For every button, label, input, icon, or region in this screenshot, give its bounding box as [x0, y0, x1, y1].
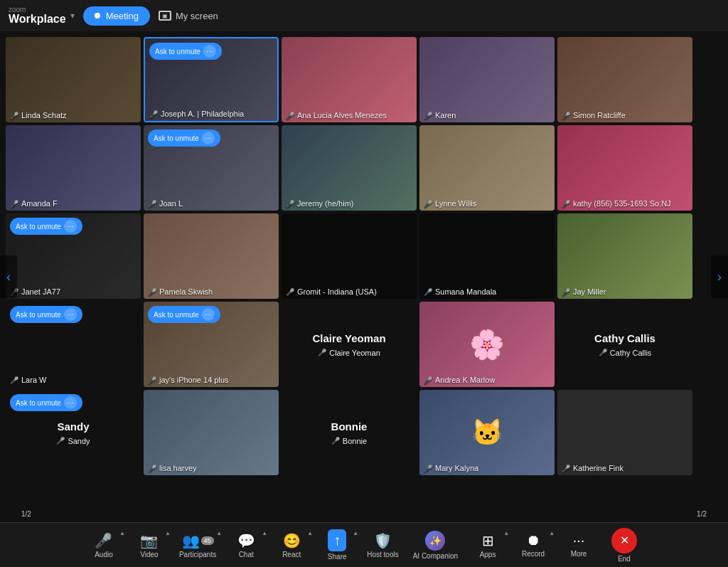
record-button[interactable]: ⏺ ▲ Record: [510, 523, 556, 568]
more-label: More: [571, 550, 587, 558]
mute-icon-joseph: 🎤: [149, 110, 158, 118]
participant-name-lara: 🎤 Lara W: [10, 376, 46, 384]
share-label: Share: [328, 553, 347, 561]
meeting-dot: [95, 13, 100, 18]
mute-icon-sumana: 🎤: [424, 288, 432, 296]
participants-button[interactable]: 👥 45 ▲ Participants: [172, 523, 223, 568]
video-row-3: Ask to unmute ⋯ 🎤 Janet JA77 🎤 Pamela Sk…: [6, 213, 722, 299]
apps-chevron[interactable]: ▲: [503, 530, 509, 536]
mute-icon-simon: 🎤: [562, 112, 570, 120]
participant-name-janet: 🎤 Janet JA77: [10, 287, 60, 296]
video-row-4: Ask to unmute ⋯ 🎤 Lara W Ask to unmute ⋯…: [6, 302, 722, 387]
video-cell-janet: Ask to unmute ⋯ 🎤 Janet JA77: [6, 213, 141, 299]
microphone-icon: 🎤: [95, 532, 112, 549]
video-cell-jayiphone: Ask to unmute ⋯ 🎤 jay's iPhone 14 plus: [144, 302, 279, 387]
ai-companion-button[interactable]: ✨ AI Companion: [406, 523, 465, 568]
top-bar: zoom Workplace ▾ Meeting ▣ My screen: [0, 0, 728, 31]
host-tools-button[interactable]: 🛡️ Host tools: [360, 523, 405, 568]
video-row-5: Ask to unmute ⋯ Sandy 🎤 Sandy 🎤 lisa har…: [6, 390, 722, 475]
mute-icon-andrea: 🎤: [424, 376, 432, 384]
ask-unmute-joseph[interactable]: Ask to unmute ⋯: [149, 43, 222, 60]
react-button[interactable]: 😊 ▲ React: [269, 523, 314, 568]
mute-icon-katherine: 🎤: [562, 465, 570, 472]
workplace-label: Workplace: [9, 14, 66, 25]
share-button[interactable]: ↑ ▲ Share: [314, 523, 360, 568]
more-options-joan[interactable]: ⋯: [202, 132, 215, 144]
end-button[interactable]: ✕ End: [601, 523, 647, 568]
video-cell-lara: Ask to unmute ⋯ 🎤 Lara W: [6, 302, 141, 387]
sandy-display-name: Sandy: [57, 420, 89, 433]
share-chevron[interactable]: ▲: [353, 530, 358, 536]
ask-unmute-lara[interactable]: Ask to unmute ⋯: [10, 306, 82, 323]
video-cell-cathy: Cathy Callis 🎤 Cathy Callis: [557, 302, 692, 387]
video-label: Video: [140, 551, 158, 558]
video-cell-katherine: 🎤 Katherine Fink: [557, 390, 692, 475]
chat-chevron[interactable]: ▲: [262, 530, 267, 536]
prev-page-arrow[interactable]: ‹: [0, 255, 17, 298]
ask-unmute-janet[interactable]: Ask to unmute ⋯: [10, 218, 82, 235]
next-page-arrow[interactable]: ›: [711, 255, 728, 298]
record-chevron[interactable]: ▲: [549, 530, 555, 536]
more-options-jayiphone[interactable]: ⋯: [202, 308, 215, 321]
screen-icon: ▣: [159, 11, 171, 21]
end-label: End: [618, 555, 631, 563]
participant-name-cathy: 🎤 Cathy Callis: [599, 349, 652, 357]
participants-label: Participants: [179, 551, 216, 558]
mute-icon-amanda: 🎤: [10, 200, 18, 208]
zoom-logo: zoom Workplace ▾: [9, 6, 75, 25]
participant-name-jay: 🎤 Jay Miller: [562, 287, 606, 296]
video-cell-sumana: 🎤 Sumana Mandala: [419, 213, 555, 299]
more-options-sandy[interactable]: ⋯: [64, 396, 77, 409]
react-label: React: [282, 551, 301, 558]
camera-icon: 📷: [140, 532, 158, 549]
mute-icon-karen: 🎤: [424, 112, 432, 120]
page-indicator-left: 1/2: [21, 510, 31, 518]
participants-chevron[interactable]: ▲: [216, 530, 222, 536]
video-cell-pamela: 🎤 Pamela Skwish: [144, 213, 279, 299]
video-cell-amanda: 🎤 Amanda F: [6, 125, 141, 211]
audio-button[interactable]: 🎤 ▲ Audio: [81, 523, 127, 568]
screen-label: My screen: [176, 11, 218, 21]
mute-icon-lynne: 🎤: [424, 200, 432, 208]
ask-unmute-jayiphone[interactable]: Ask to unmute ⋯: [148, 306, 220, 323]
screen-share-pill[interactable]: ▣ My screen: [159, 11, 218, 21]
mute-icon-gromit: 🎤: [286, 288, 294, 296]
toolbar: 🎤 ▲ Audio 📷 ▲ Video 👥 45 ▲ Participants …: [0, 522, 728, 567]
ai-companion-icon: ✨: [425, 531, 445, 551]
participant-name-katherine: 🎤 Katherine Fink: [562, 464, 623, 472]
mute-icon-cathy: 🎤: [599, 349, 607, 356]
video-cell-claire: Claire Yeoman 🎤 Claire Yeoman: [282, 302, 417, 387]
chat-icon: 💬: [237, 532, 255, 549]
participant-name-simon: 🎤 Simon Ratcliffe: [562, 111, 626, 120]
video-chevron[interactable]: ▲: [165, 530, 171, 536]
chat-button[interactable]: 💬 ▲ Chat: [223, 523, 269, 568]
mary-photo-icon: 🐱: [471, 418, 503, 447]
ask-unmute-joan[interactable]: Ask to unmute ⋯: [148, 129, 220, 147]
react-chevron[interactable]: ▲: [307, 530, 313, 536]
share-icon: ↑: [328, 529, 346, 551]
apps-button[interactable]: ⊞ ▲ Apps: [465, 523, 510, 568]
video-button[interactable]: 📷 ▲ Video: [127, 523, 172, 568]
participant-name-gromit: 🎤 Gromit - Indiana (USA): [286, 287, 377, 296]
audio-chevron[interactable]: ▲: [119, 530, 125, 536]
participant-name-jayiphone: 🎤 jay's iPhone 14 plus: [148, 376, 229, 384]
more-options-joseph[interactable]: ⋯: [203, 45, 216, 58]
participant-name-joan: 🎤 Joan L: [148, 199, 183, 208]
video-cell-lynne: 🎤 Lynne Willis: [419, 125, 555, 211]
mute-icon-joan: 🎤: [148, 200, 156, 208]
more-button[interactable]: ··· More: [556, 523, 601, 568]
meeting-pill[interactable]: Meeting: [83, 6, 150, 26]
participant-name-claire: 🎤 Claire Yeoman: [318, 349, 380, 357]
more-options-janet[interactable]: ⋯: [64, 220, 77, 233]
chevron-down-icon[interactable]: ▾: [70, 11, 75, 21]
video-cell-kathy: 🎤 kathy (856) 535-1693 So.NJ: [557, 125, 692, 211]
end-icon: ✕: [611, 528, 637, 553]
chat-label: Chat: [239, 551, 254, 558]
more-options-lara[interactable]: ⋯: [64, 308, 77, 321]
mute-icon-jay: 🎤: [562, 288, 570, 296]
participant-name-karen: 🎤 Karen: [424, 111, 456, 120]
mute-icon-claire: 🎤: [318, 349, 326, 356]
ask-unmute-sandy[interactable]: Ask to unmute ⋯: [10, 394, 82, 411]
participant-name-amanda: 🎤 Amanda F: [10, 199, 58, 208]
video-cell-gromit: 🎤 Gromit - Indiana (USA): [282, 213, 417, 299]
